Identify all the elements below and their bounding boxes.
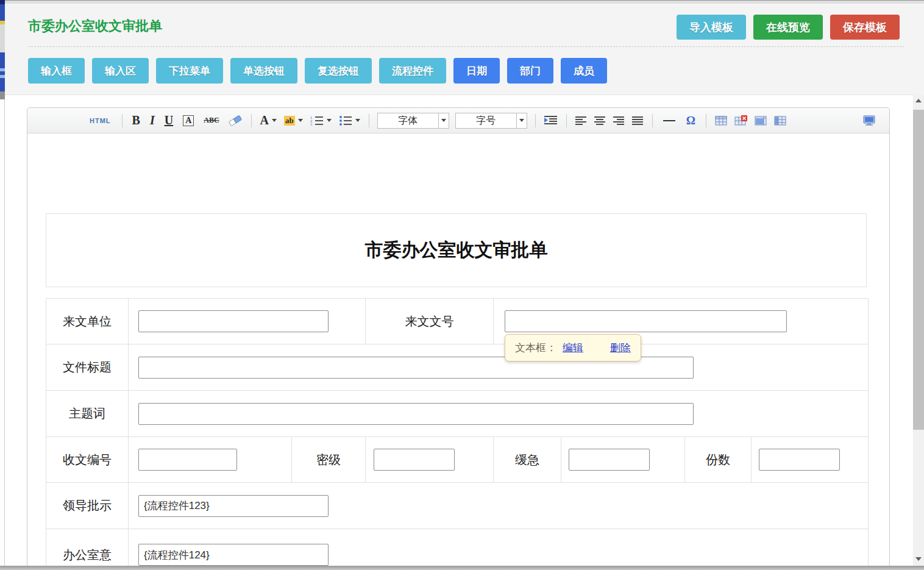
control-button-department[interactable]: 部门 xyxy=(507,58,553,84)
save-template-button[interactable]: 保存模板 xyxy=(830,15,900,40)
copies-label: 份数 xyxy=(685,437,752,483)
control-button-flow-control[interactable]: 流程控件 xyxy=(379,58,446,84)
align-right-icon[interactable] xyxy=(613,116,625,126)
align-left-icon[interactable] xyxy=(575,116,587,126)
rich-text-editor: HTML B I U A ABC A ab 1 2 xyxy=(27,107,890,570)
table-cell xyxy=(129,529,869,570)
edge-segment xyxy=(0,99,5,570)
secret-level-input[interactable] xyxy=(374,449,455,471)
font-color-icon[interactable]: A xyxy=(260,113,277,127)
fullscreen-icon[interactable] xyxy=(862,115,876,126)
approval-form-table: 来文单位 来文文号 文件标题 主题词 xyxy=(46,298,869,570)
highlight-color-icon[interactable]: ab xyxy=(284,116,303,126)
background-window-edge xyxy=(0,0,5,570)
scroll-up-arrow[interactable] xyxy=(913,96,924,105)
table-row: 来文单位 来文文号 xyxy=(46,299,869,344)
control-button-group: 输入框 输入区 下拉菜单 单选按钮 复选按钮 流程控件 日期 部门 成员 xyxy=(28,58,607,84)
receipt-no-label: 收文编号 xyxy=(46,437,129,483)
bold-icon[interactable]: B xyxy=(132,113,140,127)
ordered-list-icon[interactable]: 1 2 3 xyxy=(310,115,332,126)
unordered-list-icon[interactable] xyxy=(339,115,360,126)
editor-document[interactable]: 市委办公室收文审批单 来文单位 来文文号 文件标题 xyxy=(27,134,889,570)
toolbar-separator xyxy=(251,114,252,127)
edge-segment xyxy=(0,68,5,71)
control-button-dropdown[interactable]: 下拉菜单 xyxy=(156,58,223,84)
tooltip-label: 文本框： xyxy=(515,341,556,355)
subject-words-input[interactable] xyxy=(138,403,694,425)
incoming-unit-label: 来文单位 xyxy=(46,299,129,344)
online-preview-button[interactable]: 在线预览 xyxy=(753,15,823,40)
control-button-member[interactable]: 成员 xyxy=(561,58,607,84)
table-cell xyxy=(129,483,869,529)
doc-title-label: 文件标题 xyxy=(46,344,129,391)
subject-words-label: 主题词 xyxy=(46,391,129,437)
indent-icon[interactable] xyxy=(544,115,558,126)
table-cell xyxy=(752,437,869,483)
edit-link[interactable]: 编辑 xyxy=(563,341,583,355)
leader-instructions-input[interactable] xyxy=(138,495,329,517)
scroll-down-arrow[interactable] xyxy=(913,554,924,564)
chevron-down-icon xyxy=(355,119,360,122)
import-template-button[interactable]: 导入模板 xyxy=(677,15,746,40)
chevron-down-icon xyxy=(272,119,277,122)
table-properties-icon[interactable] xyxy=(755,116,767,126)
control-button-date[interactable]: 日期 xyxy=(453,58,500,84)
table-row: 领导批示 xyxy=(46,483,869,529)
control-button-textarea[interactable]: 输入区 xyxy=(92,58,149,84)
dashed-divider xyxy=(28,46,904,47)
control-button-radio[interactable]: 单选按钮 xyxy=(230,58,297,84)
eraser-icon[interactable] xyxy=(228,115,243,127)
table-cell xyxy=(129,391,869,437)
align-justify-icon[interactable] xyxy=(632,116,644,126)
table-row: 文件标题 xyxy=(46,344,869,391)
underline-icon[interactable]: U xyxy=(165,113,173,127)
toolbar-separator xyxy=(369,114,369,127)
control-button-input-box[interactable]: 输入框 xyxy=(28,58,85,84)
delete-table-icon[interactable] xyxy=(734,115,747,126)
italic-icon[interactable]: I xyxy=(150,113,155,127)
html-source-button[interactable]: HTML xyxy=(90,117,111,124)
table-cell xyxy=(129,299,366,344)
special-character-icon[interactable]: Ω xyxy=(686,114,695,127)
incoming-doc-no-label: 来文文号 xyxy=(366,299,494,344)
chevron-down-icon[interactable] xyxy=(516,113,527,128)
svg-text:3: 3 xyxy=(310,123,313,126)
receipt-no-input[interactable] xyxy=(138,449,237,471)
delete-link[interactable]: 删除 xyxy=(610,341,631,355)
toolbar-separator xyxy=(122,114,123,127)
table-row: 办公室意 xyxy=(46,529,869,570)
table-cell xyxy=(366,437,494,483)
vertical-scrollbar[interactable] xyxy=(913,94,924,566)
control-button-checkbox[interactable]: 复选按钮 xyxy=(305,58,372,84)
edge-segment xyxy=(0,52,5,91)
leader-instructions-label: 领导批示 xyxy=(46,483,129,529)
secret-level-label: 密级 xyxy=(292,437,366,483)
page-title: 市委办公室收文审批单 xyxy=(28,17,162,35)
strikethrough-icon[interactable]: ABC xyxy=(204,116,219,125)
toolbar-separator xyxy=(535,114,536,127)
horizontal-rule-icon[interactable] xyxy=(663,120,675,121)
insert-table-icon[interactable] xyxy=(715,116,727,126)
copies-input[interactable] xyxy=(759,449,840,471)
font-size-select[interactable]: 字号 xyxy=(455,113,527,129)
form-title-box: 市委办公室收文审批单 xyxy=(46,213,867,287)
font-family-select[interactable]: 字体 xyxy=(377,113,449,129)
scrollbar-thumb[interactable] xyxy=(913,110,924,430)
urgency-label: 缓急 xyxy=(494,437,561,483)
chevron-down-icon[interactable] xyxy=(438,113,449,128)
office-opinion-label: 办公室意 xyxy=(46,529,129,570)
table-row: 收文编号 密级 缓急 份数 xyxy=(46,437,869,483)
office-opinion-input[interactable] xyxy=(138,544,329,566)
editor-toolbar: HTML B I U A ABC A ab 1 2 xyxy=(27,108,889,134)
cell-properties-icon[interactable] xyxy=(774,116,786,126)
window-top-edge xyxy=(0,0,924,4)
incoming-doc-no-input[interactable] xyxy=(505,310,787,332)
chevron-down-icon xyxy=(298,119,303,122)
table-cell xyxy=(129,344,869,391)
align-center-icon[interactable] xyxy=(594,116,606,126)
chevron-down-icon xyxy=(327,119,332,122)
incoming-unit-input[interactable] xyxy=(138,310,329,332)
urgency-input[interactable] xyxy=(569,449,650,471)
edge-segment xyxy=(0,4,5,21)
format-icon[interactable]: A xyxy=(183,115,194,126)
